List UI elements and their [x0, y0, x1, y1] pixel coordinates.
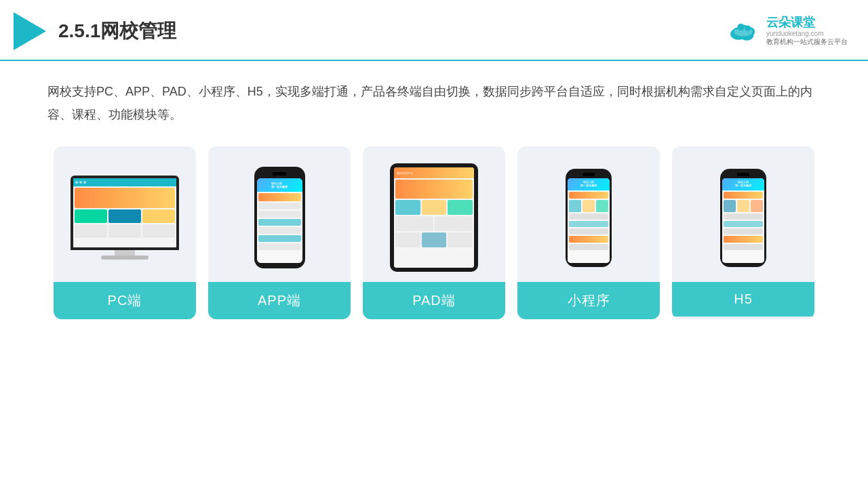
app-phone-mockup: 职达人的第一堂兴趣课 [254, 167, 305, 268]
card-miniapp: 职达人的第一堂兴趣课 [517, 146, 660, 319]
miniapp-grid3 [596, 200, 608, 212]
miniapp-header: 职达人的第一堂兴趣课 [568, 178, 610, 190]
phone-header-text: 职达人的第一堂兴趣课 [271, 182, 288, 188]
pc-mini5 [108, 224, 141, 238]
card-app-image: 职达人的第一堂兴趣课 [208, 146, 351, 282]
pc-mockup [71, 176, 179, 260]
phone-row2 [258, 203, 301, 209]
pc-dot3 [83, 181, 86, 184]
logo-triangle-icon [14, 12, 46, 50]
pc-banner [75, 188, 175, 208]
h5-row5 [724, 236, 763, 243]
phone-row3 [258, 211, 301, 218]
pc-nav [73, 178, 176, 186]
pc-dot1 [75, 181, 78, 184]
card-app: 职达人的第一堂兴趣课 APP端 [208, 146, 351, 319]
brand-url: yunduoketang.com [766, 30, 848, 37]
brand-logo: 云朵课堂 yunduoketang.com 教育机构一站式服务云平台 [726, 16, 848, 47]
tablet-banner [395, 180, 473, 199]
miniapp-row6 [569, 244, 608, 250]
h5-grid [724, 200, 763, 212]
h5-grid3 [751, 200, 763, 212]
phone-row4 [258, 219, 301, 226]
card-pad-label: PAD端 [363, 282, 505, 319]
tablet-item3 [448, 200, 473, 215]
miniapp-notch [583, 173, 595, 176]
tablet-row3 [395, 232, 473, 247]
pc-dot2 [79, 181, 82, 184]
pc-neck [115, 250, 135, 256]
pad-mockup: 网校管理平台 [390, 163, 478, 272]
h5-row3 [724, 221, 763, 227]
card-miniapp-label: 小程序 [517, 282, 660, 319]
h5-header-text: 职达人的第一堂兴趣课 [735, 181, 751, 187]
cloud-logo-icon [726, 19, 761, 43]
tablet-item4 [395, 216, 433, 231]
h5-notch [737, 173, 749, 176]
miniapp-grid2 [583, 200, 595, 212]
h5-grid2 [737, 200, 749, 212]
card-miniapp-image: 职达人的第一堂兴趣课 [517, 146, 660, 282]
miniapp-header-text: 职达人的第一堂兴趣课 [580, 181, 597, 187]
h5-row2 [724, 214, 763, 220]
brand-info: 云朵课堂 yunduoketang.com 教育机构一站式服务云平台 [766, 16, 848, 47]
pc-cards-row1 [75, 209, 175, 223]
main-content: 网校支持PC、APP、PAD、小程序、H5，实现多端打通，产品各终端自由切换，数… [0, 61, 868, 333]
phone-row6 [258, 235, 301, 242]
phone-row7 [258, 243, 301, 250]
miniapp-body [568, 190, 610, 263]
phone-screen: 职达人的第一堂兴趣课 [257, 178, 302, 263]
miniapp-row1 [569, 192, 608, 199]
phone-body [257, 192, 302, 263]
tablet-header: 网校管理平台 [394, 167, 474, 178]
h5-grid1 [724, 200, 736, 212]
phone-row1 [258, 193, 301, 201]
pc-mini6 [142, 224, 175, 238]
pc-cards-row2 [75, 224, 175, 238]
card-pad: 网校管理平台 [363, 146, 505, 319]
miniapp-row3 [569, 221, 608, 227]
miniapp-row4 [569, 228, 608, 235]
pc-mini1 [75, 209, 107, 223]
svg-point-7 [745, 25, 751, 31]
miniapp-phone-mockup: 职达人的第一堂兴趣课 [566, 169, 612, 267]
tablet-screen: 网校管理平台 [394, 167, 474, 268]
card-h5-label: H5 [672, 282, 814, 317]
h5-row1 [724, 192, 763, 199]
header-right: 云朵课堂 yunduoketang.com 教育机构一站式服务云平台 [726, 16, 848, 47]
tablet-item8 [448, 232, 473, 247]
miniapp-grid [569, 200, 608, 212]
pc-base [101, 256, 149, 260]
card-app-label: APP端 [208, 282, 351, 319]
pc-mini4 [75, 224, 107, 238]
pc-screen [73, 178, 176, 247]
tablet-item2 [422, 200, 447, 215]
miniapp-grid1 [569, 200, 581, 212]
tablet-item6 [395, 232, 420, 247]
h5-phone-mockup: 职达人的第一堂兴趣课 [720, 169, 766, 267]
tablet-item1 [395, 200, 420, 215]
card-pc-image [54, 146, 196, 282]
phone-notch [273, 172, 286, 176]
brand-tagline: 教育机构一站式服务云平台 [766, 37, 848, 47]
header-left: 2.5.1网校管理 [14, 12, 176, 50]
card-pc-label: PC端 [54, 282, 196, 319]
pc-mini3 [142, 209, 175, 223]
tablet-item7 [422, 232, 447, 247]
h5-row6 [724, 244, 763, 250]
phone-row5 [258, 227, 301, 234]
card-h5: 职达人的第一堂兴趣课 [672, 146, 814, 319]
tablet-body [394, 178, 474, 268]
svg-point-6 [737, 24, 744, 30]
tablet-row2 [395, 216, 473, 231]
page-header: 2.5.1网校管理 云朵课堂 yunduoketang.com 教育机构一站 [0, 0, 868, 61]
phone-header: 职达人的第一堂兴趣课 [257, 178, 302, 192]
miniapp-screen: 职达人的第一堂兴趣课 [568, 178, 610, 263]
tablet-header-text: 网校管理平台 [397, 171, 413, 175]
miniapp-row5 [569, 236, 608, 243]
h5-screen: 职达人的第一堂兴趣课 [722, 178, 764, 263]
tablet-item5 [435, 216, 473, 231]
platform-cards: PC端 职达人的第一堂兴趣课 [47, 146, 821, 319]
h5-header: 职达人的第一堂兴趣课 [722, 178, 764, 190]
h5-body [722, 190, 764, 263]
